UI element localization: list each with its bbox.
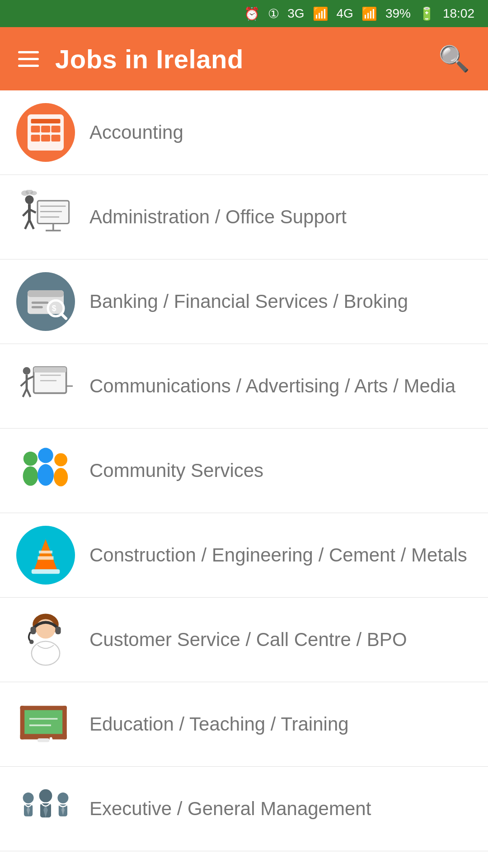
list-item[interactable]: Administration / Office Support — [0, 175, 488, 259]
svg-rect-60 — [21, 707, 66, 739]
banking-icon: $ — [16, 272, 75, 331]
svg-rect-31 — [34, 367, 66, 373]
hamburger-line-3 — [18, 65, 39, 67]
svg-line-13 — [29, 220, 34, 229]
community-label: Community Services — [89, 458, 263, 484]
svg-point-72 — [39, 789, 52, 802]
list-item[interactable]: $ Banking / Financial Services / Broking — [0, 259, 488, 344]
alarm-icon: ⏰ — [244, 6, 260, 21]
administration-icon — [16, 188, 75, 246]
signal2-icon: 📶 — [361, 6, 377, 21]
notification-icon: ① — [268, 6, 279, 21]
list-item[interactable]: Foods / Beverage — [0, 851, 488, 868]
signal-icon: 📶 — [313, 6, 328, 21]
svg-line-28 — [61, 314, 66, 319]
svg-rect-25 — [32, 302, 49, 304]
list-item[interactable]: Customer Service / Call Centre / BPO — [0, 598, 488, 682]
svg-rect-67 — [38, 738, 49, 742]
education-label: Education / Teaching / Training — [89, 712, 349, 737]
banking-label: Banking / Financial Services / Broking — [89, 289, 408, 315]
svg-point-59 — [29, 640, 34, 644]
svg-line-38 — [23, 389, 27, 397]
list-item[interactable]: Executive / General Management — [0, 767, 488, 851]
svg-rect-58 — [56, 627, 61, 634]
svg-rect-26 — [32, 306, 43, 308]
education-icon — [16, 695, 75, 754]
category-list: Accounting — [0, 90, 488, 868]
customer-service-label: Customer Service / Call Centre / BPO — [89, 627, 407, 653]
network-4g: 4G — [337, 6, 353, 21]
svg-rect-1 — [31, 126, 40, 132]
svg-rect-6 — [52, 135, 61, 142]
time-display: 18:02 — [443, 6, 474, 21]
accounting-label: Accounting — [89, 120, 183, 146]
status-bar: ⏰ ① 3G 📶 4G 📶 39% 🔋 18:02 — [0, 0, 488, 27]
svg-point-69 — [23, 793, 34, 803]
hamburger-line-2 — [18, 58, 39, 60]
customer-service-icon — [16, 610, 75, 669]
battery-text: 39% — [385, 6, 411, 21]
community-icon — [16, 441, 75, 500]
executive-icon — [16, 779, 75, 838]
svg-rect-14 — [38, 201, 69, 223]
svg-point-34 — [23, 367, 31, 375]
administration-label: Administration / Office Support — [89, 204, 347, 230]
svg-rect-51 — [39, 551, 52, 553]
executive-label: Executive / General Management — [89, 796, 371, 822]
svg-rect-57 — [30, 627, 36, 634]
svg-rect-64 — [62, 706, 67, 739]
svg-point-47 — [54, 468, 68, 486]
svg-rect-5 — [41, 135, 50, 142]
app-title: Jobs in Ireland — [55, 44, 244, 74]
construction-label: Construction / Engineering / Cement / Me… — [89, 542, 467, 568]
svg-text:$: $ — [52, 304, 56, 313]
svg-rect-52 — [32, 569, 60, 574]
svg-point-8 — [25, 195, 33, 204]
svg-line-12 — [25, 220, 29, 229]
foods-icon — [16, 864, 75, 868]
network-3g: 3G — [287, 6, 304, 21]
svg-point-75 — [57, 793, 68, 803]
app-bar: Jobs in Ireland 🔍 — [0, 27, 488, 90]
svg-rect-4 — [31, 135, 40, 142]
accounting-icon — [16, 103, 75, 162]
list-item[interactable]: Communications / Advertising / Arts / Me… — [0, 344, 488, 429]
list-item[interactable]: Community Services — [0, 429, 488, 513]
search-button[interactable]: 🔍 — [438, 44, 470, 74]
svg-line-39 — [27, 389, 30, 397]
svg-point-45 — [38, 464, 54, 486]
construction-icon — [16, 526, 75, 585]
list-item[interactable]: Education / Teaching / Training — [0, 682, 488, 767]
svg-rect-50 — [38, 557, 54, 560]
svg-rect-3 — [52, 126, 61, 132]
svg-point-22 — [30, 191, 37, 195]
list-item[interactable]: Accounting — [0, 90, 488, 175]
svg-point-46 — [54, 453, 67, 467]
hamburger-line-1 — [18, 51, 39, 53]
communications-icon — [16, 357, 75, 415]
svg-rect-61 — [20, 706, 67, 710]
battery-icon: 🔋 — [419, 6, 435, 21]
menu-button[interactable] — [18, 51, 39, 67]
svg-rect-2 — [41, 126, 50, 132]
list-item[interactable]: Construction / Engineering / Cement / Me… — [0, 513, 488, 598]
svg-point-43 — [23, 466, 38, 486]
svg-rect-7 — [31, 119, 61, 123]
svg-rect-24 — [28, 290, 64, 297]
svg-point-44 — [38, 448, 53, 463]
svg-point-42 — [23, 452, 38, 466]
svg-rect-63 — [20, 706, 25, 739]
app-bar-left: Jobs in Ireland — [18, 44, 244, 74]
communications-label: Communications / Advertising / Arts / Me… — [89, 373, 455, 399]
